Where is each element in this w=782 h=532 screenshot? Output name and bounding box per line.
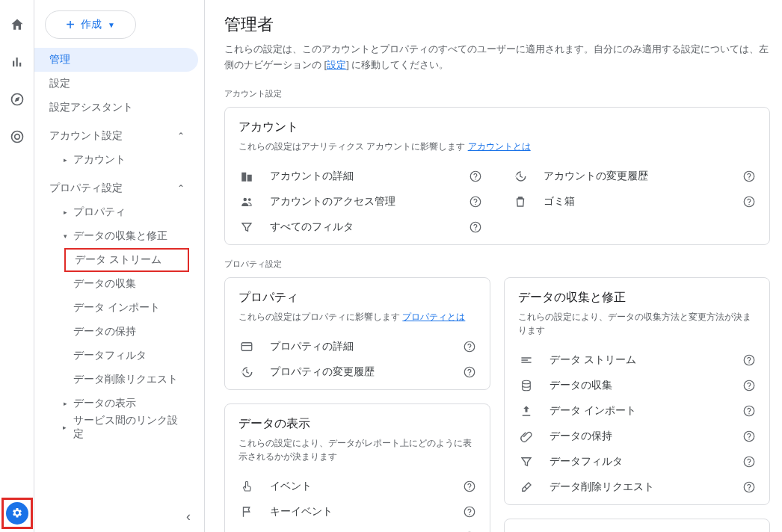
chevron-up-icon: ⌃: [177, 183, 185, 194]
help-icon[interactable]: [742, 404, 756, 418]
database-icon: [518, 379, 535, 392]
card-collect-subtitle: これらの設定により、データの収集方法と変更方法が決まります: [518, 310, 756, 337]
plus-icon: +: [66, 17, 75, 32]
row-collect-retention[interactable]: データの保持: [518, 424, 756, 449]
building-icon: [238, 170, 255, 183]
row-display-events[interactable]: イベント: [238, 474, 476, 499]
create-label: 作成: [81, 18, 102, 31]
sidebar-item-data-delete-request[interactable]: データ削除リクエスト: [34, 368, 198, 392]
row-collect-stream[interactable]: データ ストリーム: [518, 347, 756, 373]
sidebar-item-data-display[interactable]: ▸データの表示: [34, 392, 198, 415]
sidebar-item-data-collection-fix[interactable]: ▾データの収集と修正: [34, 224, 198, 248]
people-icon: [238, 195, 255, 208]
row-account-details[interactable]: アカウントの詳細: [238, 164, 482, 189]
home-icon[interactable]: [9, 16, 25, 33]
collapse-sidebar-button[interactable]: ‹: [186, 509, 191, 525]
card-data-display: データの表示 これらの設定により、データがレポート上にどのように表示されるかが決…: [224, 403, 490, 532]
sidebar-item-data-stream[interactable]: データ ストリーム: [64, 248, 189, 272]
triangle-down-icon: ▾: [61, 232, 69, 240]
help-icon[interactable]: [463, 480, 476, 493]
help-icon[interactable]: [469, 220, 482, 234]
row-collect-collection[interactable]: データの収集: [518, 373, 756, 398]
trash-icon: [512, 195, 529, 208]
caret-down-icon: ▼: [108, 21, 115, 29]
row-display-key-events[interactable]: キーイベント: [238, 499, 476, 525]
row-property-details[interactable]: プロパティの詳細: [238, 334, 476, 359]
create-button[interactable]: + 作成 ▼: [45, 10, 136, 39]
help-icon[interactable]: [742, 430, 756, 443]
row-display-audience[interactable]: オーディエンス: [238, 525, 476, 532]
row-collect-import[interactable]: データ インポート: [518, 398, 756, 424]
row-account-trash[interactable]: ゴミ箱: [512, 189, 756, 214]
main-content: 管理者 これらの設定は、このアカウントとプロパティのすべてのユーザーに適用されま…: [205, 0, 782, 532]
upload-icon: [518, 404, 535, 418]
triangle-icon: ▸: [61, 208, 69, 216]
sidebar-item-data-import[interactable]: データ インポート: [34, 296, 198, 320]
sidebar-item-property[interactable]: ▸プロパティ: [34, 200, 198, 224]
sidebar-group-account[interactable]: アカウント設定 ⌃: [34, 124, 198, 148]
sidebar-item-admin[interactable]: 管理: [34, 48, 198, 72]
help-icon[interactable]: [742, 379, 756, 392]
card-service-links: サービス間のリンク設定 これらの設定により、このプロパティにリンクするサービスが…: [504, 519, 770, 532]
flag-icon: [238, 505, 255, 519]
what-is-account-link[interactable]: アカウントとは: [468, 141, 531, 152]
page-title: 管理者: [224, 13, 770, 36]
section-heading-account: アカウント設定: [224, 88, 770, 99]
help-icon[interactable]: [469, 195, 482, 208]
admin-gear-highlight: [1, 498, 33, 529]
sidebar-item-data-filter[interactable]: データフィルタ: [34, 344, 198, 368]
card-property: プロパティ これらの設定はプロパティに影響します プロパティとは プロパティの詳…: [224, 277, 490, 390]
clip-icon: [518, 430, 535, 443]
help-icon[interactable]: [742, 170, 756, 183]
history-icon: [512, 170, 529, 183]
what-is-property-link[interactable]: プロパティとは: [402, 312, 465, 322]
help-icon[interactable]: [463, 365, 476, 379]
card-account-subtitle: これらの設定はアナリティクス アカウントに影響します アカウントとは: [238, 140, 756, 153]
help-icon[interactable]: [463, 505, 476, 519]
sidebar-group-property[interactable]: プロパティ設定 ⌃: [34, 176, 198, 200]
card-property-title: プロパティ: [238, 290, 476, 306]
row-account-access[interactable]: アカウントのアクセス管理: [238, 189, 482, 214]
filter-icon: [238, 220, 255, 234]
help-icon[interactable]: [742, 353, 756, 367]
help-icon[interactable]: [742, 195, 756, 208]
triangle-icon: ▸: [61, 424, 69, 431]
card-data-collection: データの収集と修正 これらの設定により、データの収集方法と変更方法が決まります …: [504, 277, 770, 505]
history-icon: [238, 365, 255, 379]
sidebar-item-assistant[interactable]: 設定アシスタント: [34, 96, 198, 120]
chevron-up-icon: ⌃: [177, 131, 185, 141]
stream-icon: [518, 353, 535, 367]
help-icon[interactable]: [463, 340, 476, 353]
admin-gear-button[interactable]: [6, 502, 28, 525]
row-collect-filter[interactable]: データフィルタ: [518, 449, 756, 474]
filter-icon: [518, 455, 535, 468]
row-account-history[interactable]: アカウントの変更履歴: [512, 164, 756, 189]
card-display-subtitle: これらの設定により、データがレポート上にどのように表示されるかが決まります: [238, 436, 476, 463]
card-icon: [238, 340, 255, 353]
sidebar-item-service-links[interactable]: ▸サービス間のリンク設定: [34, 415, 198, 439]
help-icon[interactable]: [469, 170, 482, 183]
sidebar-item-data-collection[interactable]: データの収集: [34, 272, 198, 296]
sidebar-item-settings[interactable]: 設定: [34, 72, 198, 96]
sidebar-item-account[interactable]: ▸アカウント: [34, 148, 198, 172]
card-display-title: データの表示: [238, 416, 476, 432]
card-collect-title: データの収集と修正: [518, 290, 756, 306]
card-account: アカウント これらの設定はアナリティクス アカウントに影響します アカウントとは…: [224, 107, 770, 245]
sidebar-item-data-retention[interactable]: データの保持: [34, 320, 198, 344]
row-property-history[interactable]: プロパティの変更履歴: [238, 359, 476, 385]
triangle-icon: ▸: [61, 400, 69, 407]
settings-inline-link[interactable]: 設定: [327, 59, 346, 70]
row-account-filters[interactable]: すべてのフィルタ: [238, 214, 482, 240]
help-icon[interactable]: [742, 455, 756, 468]
help-icon[interactable]: [742, 480, 756, 494]
reports-icon[interactable]: [9, 54, 25, 70]
advertising-icon[interactable]: [9, 129, 25, 145]
admin-sidebar: + 作成 ▼ 管理 設定 設定アシスタント アカウント設定 ⌃ ▸アカウント プ…: [34, 0, 205, 532]
touch-icon: [238, 480, 255, 493]
row-collect-delete[interactable]: データ削除リクエスト: [518, 474, 756, 500]
card-account-title: アカウント: [238, 120, 756, 135]
explore-icon[interactable]: [9, 91, 25, 108]
page-description: これらの設定は、このアカウントとプロパティのすべてのユーザーに適用されます。自分…: [224, 42, 770, 73]
card-property-subtitle: これらの設定はプロパティに影響します プロパティとは: [238, 310, 476, 324]
left-rail: [0, 0, 34, 532]
